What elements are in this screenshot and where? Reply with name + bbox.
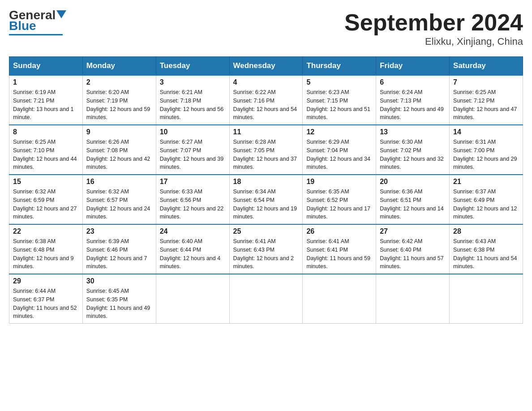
daylight-label: Daylight: 12 hours and 17 minutes. [306, 206, 370, 220]
sunrise-label: Sunrise: 6:43 AM [453, 238, 496, 244]
month-title: September 2024 [344, 9, 523, 36]
header-friday: Friday [376, 57, 450, 76]
day-number: 1 [13, 78, 79, 86]
table-row: 27 Sunrise: 6:42 AM Sunset: 6:40 PM Dayl… [376, 224, 450, 274]
day-number: 18 [233, 178, 299, 186]
sunset-label: Sunset: 7:08 PM [86, 147, 128, 154]
daylight-label: Daylight: 12 hours and 19 minutes. [233, 206, 297, 220]
sunset-label: Sunset: 7:12 PM [453, 98, 494, 104]
table-row [156, 274, 229, 324]
logo-blue-text: Blue [9, 20, 36, 32]
daylight-label: Daylight: 12 hours and 27 minutes. [13, 206, 77, 220]
sunrise-label: Sunrise: 6:20 AM [86, 89, 129, 95]
sunset-label: Sunset: 6:51 PM [380, 197, 421, 203]
table-row: 15 Sunrise: 6:32 AM Sunset: 6:59 PM Dayl… [9, 175, 83, 224]
svg-marker-0 [56, 10, 66, 18]
sunset-label: Sunset: 6:49 PM [453, 197, 494, 203]
sunrise-label: Sunrise: 6:22 AM [233, 89, 276, 95]
day-number: 8 [13, 128, 79, 136]
sunrise-label: Sunrise: 6:34 AM [233, 188, 276, 195]
table-row: 26 Sunrise: 6:41 AM Sunset: 6:41 PM Dayl… [303, 224, 376, 274]
location-text: Elixku, Xinjiang, China [344, 36, 523, 47]
daylight-label: Daylight: 12 hours and 56 minutes. [160, 106, 223, 121]
sunrise-label: Sunrise: 6:37 AM [453, 188, 496, 195]
sunrise-label: Sunrise: 6:35 AM [306, 188, 349, 195]
table-row: 12 Sunrise: 6:29 AM Sunset: 7:04 PM Dayl… [303, 125, 376, 175]
daylight-label: Daylight: 12 hours and 54 minutes. [233, 106, 297, 121]
day-number: 24 [160, 227, 226, 235]
table-row [450, 274, 523, 324]
day-info: Sunrise: 6:20 AM Sunset: 7:19 PM Dayligh… [86, 88, 152, 122]
table-row [376, 274, 450, 324]
daylight-label: Daylight: 11 hours and 59 minutes. [306, 255, 370, 270]
daylight-label: Daylight: 11 hours and 54 minutes. [453, 255, 517, 270]
day-info: Sunrise: 6:25 AM Sunset: 7:12 PM Dayligh… [453, 88, 519, 122]
sunset-label: Sunset: 6:52 PM [306, 197, 348, 203]
sunset-label: Sunset: 7:16 PM [233, 98, 275, 104]
day-number: 15 [13, 178, 79, 186]
day-number: 27 [380, 227, 446, 235]
sunset-label: Sunset: 7:19 PM [86, 98, 128, 104]
table-row: 16 Sunrise: 6:32 AM Sunset: 6:57 PM Dayl… [82, 175, 156, 224]
header-thursday: Thursday [303, 57, 376, 76]
daylight-label: Daylight: 12 hours and 24 minutes. [86, 206, 150, 220]
daylight-label: Daylight: 12 hours and 2 minutes. [233, 255, 294, 270]
table-row [303, 274, 376, 324]
day-info: Sunrise: 6:34 AM Sunset: 6:54 PM Dayligh… [233, 188, 299, 221]
day-number: 7 [453, 78, 519, 86]
sunrise-label: Sunrise: 6:44 AM [13, 288, 56, 294]
table-row: 19 Sunrise: 6:35 AM Sunset: 6:52 PM Dayl… [303, 175, 376, 224]
sunset-label: Sunset: 7:00 PM [453, 147, 494, 154]
day-info: Sunrise: 6:32 AM Sunset: 6:57 PM Dayligh… [86, 188, 152, 221]
sunrise-label: Sunrise: 6:28 AM [233, 139, 276, 145]
day-number: 17 [160, 178, 226, 186]
daylight-label: Daylight: 12 hours and 37 minutes. [233, 156, 297, 171]
header-tuesday: Tuesday [156, 57, 229, 76]
table-row: 11 Sunrise: 6:28 AM Sunset: 7:05 PM Dayl… [229, 125, 303, 175]
day-number: 6 [380, 78, 446, 86]
day-info: Sunrise: 6:31 AM Sunset: 7:00 PM Dayligh… [453, 138, 519, 171]
sunset-label: Sunset: 6:56 PM [160, 197, 201, 203]
table-row: 29 Sunrise: 6:44 AM Sunset: 6:37 PM Dayl… [9, 274, 83, 324]
day-info: Sunrise: 6:36 AM Sunset: 6:51 PM Dayligh… [380, 188, 446, 221]
day-number: 10 [160, 128, 226, 136]
day-number: 22 [13, 227, 79, 235]
table-row: 25 Sunrise: 6:41 AM Sunset: 6:43 PM Dayl… [229, 224, 303, 274]
day-number: 12 [306, 128, 372, 136]
day-info: Sunrise: 6:19 AM Sunset: 7:21 PM Dayligh… [13, 88, 79, 122]
day-info: Sunrise: 6:30 AM Sunset: 7:02 PM Dayligh… [380, 138, 446, 171]
day-number: 30 [86, 277, 152, 285]
day-info: Sunrise: 6:23 AM Sunset: 7:15 PM Dayligh… [306, 88, 372, 122]
day-number: 19 [306, 178, 372, 186]
table-row: 6 Sunrise: 6:24 AM Sunset: 7:13 PM Dayli… [376, 75, 450, 125]
header-monday: Monday [82, 57, 156, 76]
calendar-week-row: 15 Sunrise: 6:32 AM Sunset: 6:59 PM Dayl… [9, 175, 523, 224]
day-info: Sunrise: 6:32 AM Sunset: 6:59 PM Dayligh… [13, 188, 79, 221]
sunset-label: Sunset: 6:44 PM [160, 247, 201, 253]
sunrise-label: Sunrise: 6:33 AM [160, 188, 202, 195]
logo-triangle-icon [56, 10, 66, 20]
sunset-label: Sunset: 6:35 PM [86, 296, 128, 303]
daylight-label: Daylight: 12 hours and 34 minutes. [306, 156, 370, 171]
sunrise-label: Sunrise: 6:26 AM [86, 139, 129, 145]
day-info: Sunrise: 6:42 AM Sunset: 6:40 PM Dayligh… [380, 237, 446, 271]
sunset-label: Sunset: 7:13 PM [380, 98, 421, 104]
day-info: Sunrise: 6:22 AM Sunset: 7:16 PM Dayligh… [233, 88, 299, 122]
logo-underline [9, 34, 63, 35]
day-number: 9 [86, 128, 152, 136]
day-info: Sunrise: 6:41 AM Sunset: 6:41 PM Dayligh… [306, 237, 372, 271]
sunrise-label: Sunrise: 6:38 AM [13, 238, 56, 244]
day-info: Sunrise: 6:29 AM Sunset: 7:04 PM Dayligh… [306, 138, 372, 171]
title-area: September 2024 Elixku, Xinjiang, China [344, 9, 523, 47]
sunset-label: Sunset: 6:59 PM [13, 197, 54, 203]
calendar-table: Sunday Monday Tuesday Wednesday Thursday… [9, 56, 523, 324]
sunset-label: Sunset: 7:05 PM [233, 147, 275, 154]
table-row: 13 Sunrise: 6:30 AM Sunset: 7:02 PM Dayl… [376, 125, 450, 175]
day-number: 26 [306, 227, 372, 235]
sunset-label: Sunset: 6:57 PM [86, 197, 128, 203]
sunset-label: Sunset: 7:21 PM [13, 98, 54, 104]
day-number: 2 [86, 78, 152, 86]
calendar-week-row: 29 Sunrise: 6:44 AM Sunset: 6:37 PM Dayl… [9, 274, 523, 324]
sunrise-label: Sunrise: 6:39 AM [86, 238, 129, 244]
sunset-label: Sunset: 7:07 PM [160, 147, 201, 154]
